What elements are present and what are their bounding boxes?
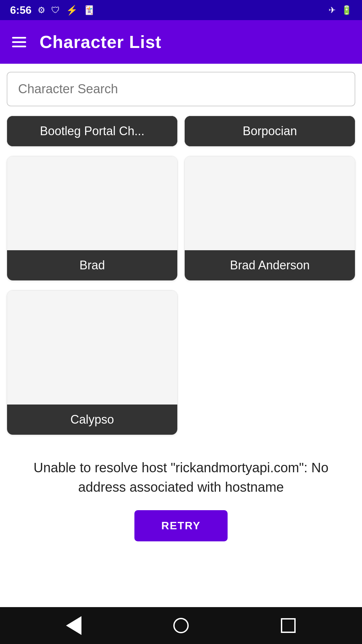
status-time: 6:56 <box>10 4 32 16</box>
home-button[interactable] <box>169 614 193 637</box>
error-message: Unable to resolve host "rickandmortyapi.… <box>17 458 345 497</box>
status-bar-right: ✈ 🔋 <box>328 5 352 15</box>
page-title: Character List <box>40 32 162 52</box>
character-card-image <box>185 156 355 250</box>
search-container[interactable] <box>7 72 355 106</box>
shield-icon: 🛡 <box>51 5 60 15</box>
hamburger-menu-button[interactable] <box>12 37 26 47</box>
character-card-label: Borpocian <box>185 116 355 146</box>
home-icon <box>173 618 189 633</box>
main-content: Bootleg Portal Ch... Borpocian Brad Brad… <box>0 64 362 607</box>
status-bar: 6:56 ⚙ 🛡 ⚡ 🃏 ✈ 🔋 <box>0 0 362 20</box>
battery-icon: 🔋 <box>341 5 352 15</box>
status-bar-left: 6:56 ⚙ 🛡 ⚡ 🃏 <box>10 4 95 16</box>
bottom-nav <box>0 607 362 644</box>
character-card-brad[interactable]: Brad <box>7 156 178 281</box>
character-card-bootleg-portal[interactable]: Bootleg Portal Ch... <box>7 116 178 147</box>
retry-button[interactable]: RETRY <box>134 510 227 541</box>
character-card-label: Brad Anderson <box>185 250 355 280</box>
partial-cards-row: Bootleg Portal Ch... Borpocian <box>7 116 355 147</box>
error-container: Unable to resolve host "rickandmortyapi.… <box>7 444 355 548</box>
character-card-brad-anderson[interactable]: Brad Anderson <box>184 156 355 281</box>
airplane-icon: ✈ <box>328 5 336 15</box>
lightning-icon: ⚡ <box>66 5 78 16</box>
back-button[interactable] <box>62 614 85 637</box>
search-input[interactable] <box>18 82 344 96</box>
card-icon: 🃏 <box>84 5 95 15</box>
back-icon <box>66 616 81 635</box>
character-card-image <box>7 156 177 250</box>
character-cards-row: Brad Brad Anderson <box>7 156 355 281</box>
recents-button[interactable] <box>277 614 300 637</box>
character-card-borpocian[interactable]: Borpocian <box>184 116 355 147</box>
character-card-image <box>7 290 177 405</box>
character-card-calypso[interactable]: Calypso <box>7 290 178 435</box>
character-card-label: Calypso <box>7 405 177 435</box>
single-card-row: Calypso <box>7 290 355 435</box>
character-card-label: Brad <box>7 250 177 280</box>
gear-icon: ⚙ <box>38 5 45 15</box>
character-card-label: Bootleg Portal Ch... <box>7 116 177 146</box>
app-bar: Character List <box>0 20 362 64</box>
recents-icon <box>281 618 296 633</box>
